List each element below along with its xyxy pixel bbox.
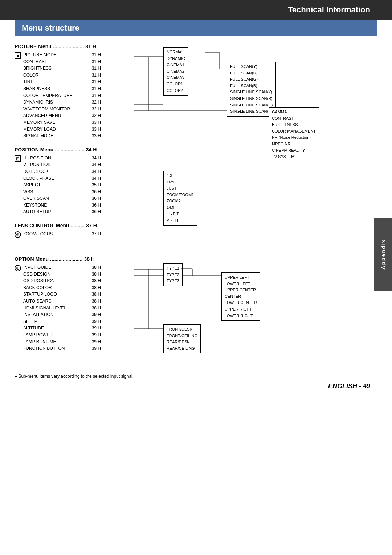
list-item: FUNCTION BUTTON39 H bbox=[23, 345, 101, 352]
list-item: ZOOM/ZOOM1 bbox=[167, 192, 194, 198]
list-item: COLOR MANAGEMENT bbox=[272, 128, 316, 135]
list-item: SINGLE LINE SCAN(B) bbox=[230, 108, 273, 115]
option-items-list: INPUT GUIDE38 H OSD DESIGN38 H OSD POSIT… bbox=[23, 264, 101, 352]
position-items-list: H - POSITION34 H V - POSITION34 H DOT CL… bbox=[23, 155, 101, 215]
list-item: DYNAMIC IRIS32 H bbox=[23, 99, 101, 106]
list-item: CONTRAST31 H bbox=[23, 58, 101, 65]
list-item: NORMAL bbox=[167, 49, 185, 56]
list-item: ZOOM/FOCUS37 H bbox=[23, 231, 101, 238]
list-item: BRIGHTNESS31 H bbox=[23, 65, 101, 72]
content-area: PICTURE Menu ...................... 31 H… bbox=[0, 36, 392, 366]
list-item: FULL SCAN(G) bbox=[230, 76, 273, 83]
list-item: TYPE3 bbox=[167, 278, 179, 284]
installation-submenu-box: FRONT/DESK FRONT/CEILING REAR/DESK REAR/… bbox=[163, 324, 201, 353]
list-item: TV-SYSTEM bbox=[272, 154, 316, 160]
list-item: 16:9 bbox=[167, 179, 194, 186]
list-item: CINEMA1 bbox=[167, 62, 185, 68]
list-item: DOT CLOCK34 H bbox=[23, 168, 101, 175]
list-item: OVER SCAN36 H bbox=[23, 195, 101, 202]
list-item: MEMORY SAVE33 H bbox=[23, 119, 101, 126]
list-item: DYNAMIC bbox=[167, 56, 185, 62]
list-item: FRONT/DESK bbox=[167, 326, 197, 333]
list-item: NR (Noise Reduction) bbox=[272, 134, 316, 141]
list-item: KEYSTONE36 H bbox=[23, 202, 101, 209]
list-item: INSTALLATION39 H bbox=[23, 311, 101, 318]
list-item: FRONT/CEILING bbox=[167, 333, 197, 339]
list-item: V - FIT bbox=[167, 217, 194, 224]
list-item: LAMP POWER39 H bbox=[23, 332, 101, 339]
lens-items-list: ZOOM/FOCUS37 H bbox=[23, 231, 101, 238]
list-item: JUST bbox=[167, 185, 194, 192]
appendix-label: Appendix bbox=[380, 239, 386, 270]
list-item: LOWER LEFT bbox=[225, 281, 257, 287]
position-menu-heading: POSITION Menu ..................... 34 H bbox=[15, 147, 134, 153]
list-item: MPEG NR bbox=[272, 141, 316, 147]
list-item: WAVEFORM MONITOR32 H bbox=[23, 106, 101, 113]
list-item: PICTURE MODE31 H bbox=[23, 52, 101, 58]
list-item: TINT31 H bbox=[23, 78, 101, 85]
list-item: SINGLE LINE SCAN(Y) bbox=[230, 89, 273, 96]
list-item: LOWER RIGHT bbox=[225, 313, 257, 319]
header-bar: Technical Information bbox=[0, 0, 392, 20]
list-item: 14:9 bbox=[167, 204, 194, 211]
list-item: FULL SCAN(R) bbox=[230, 70, 273, 77]
list-item: ASPECT35 H bbox=[23, 182, 101, 189]
list-item: LAMP RUNTIME39 H bbox=[23, 339, 101, 345]
list-item: COLOR31 H bbox=[23, 72, 101, 79]
list-item: 4:3 bbox=[167, 173, 194, 179]
list-item: H - POSITION34 H bbox=[23, 155, 101, 162]
osd-position-submenu-box: UPPER LEFT LOWER LEFT UPPER CENTER CENTE… bbox=[221, 272, 260, 321]
option-menu-section: OPTION Menu ....................... 38 H… bbox=[15, 256, 134, 352]
list-item: TYPE1 bbox=[167, 265, 179, 272]
list-item: INPUT GUIDE38 H bbox=[23, 264, 101, 271]
lens-menu-heading: LENS CONTROL Menu .......... 37 H bbox=[15, 223, 134, 228]
appendix-sidebar: Appendix bbox=[374, 218, 392, 291]
list-item: BACK COLOR38 H bbox=[23, 284, 101, 291]
picture-mode-submenu-box: NORMAL DYNAMIC CINEMA1 CINEMA2 CINEMA3 C… bbox=[163, 47, 188, 96]
list-item: FULL SCAN(Y) bbox=[230, 64, 273, 70]
list-item: COLOR2 bbox=[167, 88, 185, 94]
osd-design-submenu-box: TYPE1 TYPE2 TYPE3 bbox=[163, 263, 183, 286]
list-item: HDMI SIGNAL LEVEL38 H bbox=[23, 305, 101, 312]
list-item: COLOR TEMPERATURE31 H bbox=[23, 92, 101, 99]
list-item: AUTO SETUP36 H bbox=[23, 208, 101, 215]
list-item: SINGLE LINE SCAN(G) bbox=[230, 102, 273, 109]
list-item: CINEMA REALITY bbox=[272, 147, 316, 154]
list-item: COLOR1 bbox=[167, 81, 185, 88]
list-item: UPPER CENTER bbox=[225, 287, 257, 293]
list-item: UPPER LEFT bbox=[225, 274, 257, 281]
list-item: UPPER RIGHT bbox=[225, 306, 257, 313]
picture-items-list: PICTURE MODE31 H CONTRAST31 H BRIGHTNESS… bbox=[23, 52, 101, 139]
list-item: CLOCK PHASE34 H bbox=[23, 175, 101, 182]
connector-svg-aspect bbox=[134, 185, 171, 222]
list-item: SHARPNESS31 H bbox=[23, 85, 101, 92]
list-item: SLEEP39 H bbox=[23, 318, 101, 325]
list-item: MEMORY LOAD33 H bbox=[23, 126, 101, 133]
lens-menu-section: LENS CONTROL Menu .......... 37 H ⊕ ZOOM… bbox=[15, 223, 134, 238]
list-item: OSD DESIGN38 H bbox=[23, 271, 101, 278]
list-item: AUTO SEARCH38 H bbox=[23, 298, 101, 305]
list-item: REAR/CEILING bbox=[167, 345, 197, 352]
header-title: Technical Information bbox=[288, 5, 370, 14]
list-item: LOWER CENTER bbox=[225, 300, 257, 306]
position-icon: ⊡ bbox=[15, 155, 21, 162]
list-item: CINEMA2 bbox=[167, 68, 185, 75]
list-item: REAR/DESK bbox=[167, 339, 197, 345]
list-item: SIGNAL MODE33 H bbox=[23, 133, 101, 139]
advanced-submenu-box: GAMMA CONTRAST BRIGHTNESS COLOR MANAGEME… bbox=[269, 107, 319, 162]
list-item: FULL SCAN(B) bbox=[230, 83, 273, 89]
list-item: STARTUP LOGO38 H bbox=[23, 291, 101, 298]
option-menu-heading: OPTION Menu ....................... 38 H bbox=[15, 256, 134, 262]
picture-menu-heading: PICTURE Menu ...................... 31 H bbox=[15, 44, 134, 49]
list-item: ZOOM2 bbox=[167, 198, 194, 204]
picture-menu-section: PICTURE Menu ...................... 31 H… bbox=[15, 44, 134, 139]
list-item: CONTRAST bbox=[272, 116, 316, 122]
lens-icon: ⊕ bbox=[15, 231, 21, 238]
list-item: CENTER bbox=[225, 293, 257, 300]
list-item: CINEMA3 bbox=[167, 74, 185, 81]
list-item: V - POSITION34 H bbox=[23, 161, 101, 168]
list-item: OSD POSITION38 H bbox=[23, 278, 101, 284]
list-item: GAMMA bbox=[272, 109, 316, 116]
list-item: TYPE2 bbox=[167, 272, 179, 278]
list-item: ADVANCED MENU32 H bbox=[23, 112, 101, 119]
